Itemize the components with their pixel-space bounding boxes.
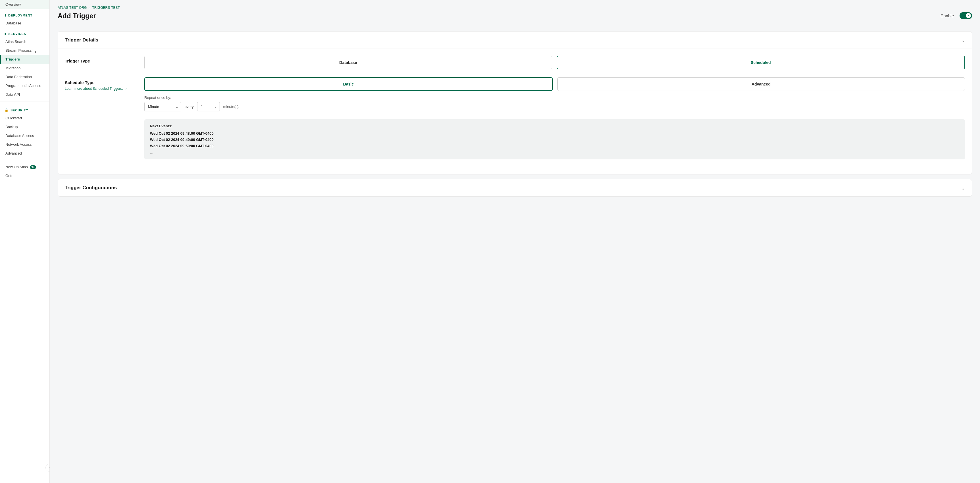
sidebar-item-backup[interactable]: Backup <box>0 123 49 131</box>
page-title: Add Trigger <box>58 12 120 20</box>
schedule-type-label: Schedule Type <box>65 80 144 85</box>
database-trigger-btn[interactable]: Database <box>144 56 552 69</box>
sidebar-item-triggers[interactable]: Triggers <box>0 55 49 64</box>
enable-toggle[interactable] <box>959 12 972 19</box>
trigger-configurations-card: Trigger Configurations ⌃ <box>58 179 972 197</box>
sidebar-item-database-access[interactable]: Database Access <box>0 131 49 140</box>
sidebar-item-new-on-atlas[interactable]: New On Atlas 9+ <box>0 163 49 171</box>
breadcrumb: ATLAS-TEST-ORG > TRIGGERS-TEST <box>58 6 120 10</box>
services-icon: ■ <box>5 32 7 35</box>
trigger-configurations-title: Trigger Configurations <box>65 185 117 191</box>
sidebar-item-goto[interactable]: Goto <box>0 171 49 180</box>
next-events-title: Next Events: <box>150 124 959 128</box>
number-select[interactable]: 1 <box>197 102 220 112</box>
scheduled-trigger-btn[interactable]: Scheduled <box>557 56 965 69</box>
schedule-type-link[interactable]: Learn more about Scheduled Triggers. ↗ <box>65 87 144 91</box>
sidebar-item-data-federation[interactable]: Data Federation <box>0 72 49 81</box>
trigger-type-label: Trigger Type <box>65 59 90 63</box>
sidebar-item-overview[interactable]: Overview <box>0 0 49 9</box>
trigger-details-card: Trigger Details ⌄ Trigger Type Database … <box>58 31 972 174</box>
next-event-2: Wed Oct 02 2024 09:49:00 GMT-0400 <box>150 137 959 143</box>
deployment-section-label: ▮ DEPLOYMENT <box>0 9 49 19</box>
sidebar-item-quickstart[interactable]: Quickstart <box>0 114 49 123</box>
trigger-type-controls: Database Scheduled <box>144 56 965 69</box>
enable-toggle-row: Enable <box>940 12 972 19</box>
title-section: ATLAS-TEST-ORG > TRIGGERS-TEST Add Trigg… <box>58 6 120 26</box>
schedule-type-btn-group: Basic Advanced <box>144 77 965 91</box>
sidebar-item-data-api[interactable]: Data API <box>0 90 49 99</box>
security-icon: 🔒 <box>5 108 9 112</box>
minutes-unit-label: minute(s) <box>223 105 239 109</box>
trigger-details-body: Trigger Type Database Scheduled Schedule… <box>58 49 972 174</box>
minute-select-wrapper: Minute ⌄ <box>144 102 181 112</box>
next-events-ellipsis: ... <box>150 150 959 155</box>
security-section-label: 🔒 SECURITY <box>0 104 49 114</box>
schedule-type-controls: Basic Advanced Repeat once by: Minute ⌄ <box>144 77 965 159</box>
breadcrumb-separator: > <box>88 6 90 10</box>
sidebar-item-programmatic-access[interactable]: Programmatic Access <box>0 81 49 90</box>
trigger-type-row: Trigger Type Database Scheduled <box>65 56 965 69</box>
advanced-schedule-btn[interactable]: Advanced <box>557 77 965 91</box>
sidebar-item-advanced[interactable]: Advanced <box>0 149 49 158</box>
repeat-label: Repeat once by: <box>144 96 965 100</box>
next-event-3: Wed Oct 02 2024 09:50:00 GMT-0400 <box>150 143 959 149</box>
breadcrumb-org[interactable]: ATLAS-TEST-ORG <box>58 6 87 10</box>
next-events-box: Next Events: Wed Oct 02 2024 09:48:00 GM… <box>144 120 965 159</box>
header-row: ATLAS-TEST-ORG > TRIGGERS-TEST Add Trigg… <box>58 6 972 26</box>
external-link-icon: ↗ <box>124 87 127 90</box>
minute-select[interactable]: Minute <box>144 102 181 112</box>
sidebar-item-atlas-search[interactable]: Atlas Search <box>0 37 49 46</box>
services-section-label: ■ SERVICES <box>0 27 49 37</box>
repeat-row: Minute ⌄ every 1 ⌄ minute( <box>144 102 965 112</box>
trigger-details-chevron-icon: ⌄ <box>961 38 965 43</box>
trigger-configurations-chevron-icon: ⌃ <box>961 185 965 191</box>
sidebar: Overview ▮ DEPLOYMENT Database ■ SERVICE… <box>0 0 50 483</box>
sidebar-item-network-access[interactable]: Network Access <box>0 140 49 149</box>
sidebar-collapse-button[interactable]: ‹ <box>45 464 50 472</box>
number-select-wrapper: 1 ⌄ <box>197 102 220 112</box>
schedule-type-label-col: Schedule Type Learn more about Scheduled… <box>65 77 144 91</box>
sidebar-item-database[interactable]: Database <box>0 19 49 27</box>
trigger-details-card-header[interactable]: Trigger Details ⌄ <box>58 32 972 49</box>
schedule-type-row: Schedule Type Learn more about Scheduled… <box>65 77 965 159</box>
sidebar-item-stream-processing[interactable]: Stream Processing <box>0 46 49 55</box>
basic-schedule-btn[interactable]: Basic <box>144 77 553 91</box>
trigger-type-btn-group: Database Scheduled <box>144 56 965 69</box>
sidebar-divider-2 <box>0 160 49 160</box>
next-event-1: Wed Oct 02 2024 09:48:00 GMT-0400 <box>150 131 959 137</box>
trigger-configurations-card-header[interactable]: Trigger Configurations ⌃ <box>58 179 972 196</box>
new-atlas-badge: 9+ <box>30 165 36 169</box>
trigger-details-title: Trigger Details <box>65 37 98 43</box>
enable-label: Enable <box>940 13 954 18</box>
main-content: ATLAS-TEST-ORG > TRIGGERS-TEST Add Trigg… <box>50 0 980 483</box>
every-label: every <box>185 105 194 109</box>
deployment-icon: ▮ <box>5 13 6 17</box>
breadcrumb-project[interactable]: TRIGGERS-TEST <box>92 6 119 10</box>
trigger-type-label-col: Trigger Type <box>65 56 144 63</box>
repeat-section: Repeat once by: Minute ⌄ every <box>144 96 965 112</box>
sidebar-item-migration[interactable]: Migration <box>0 64 49 72</box>
